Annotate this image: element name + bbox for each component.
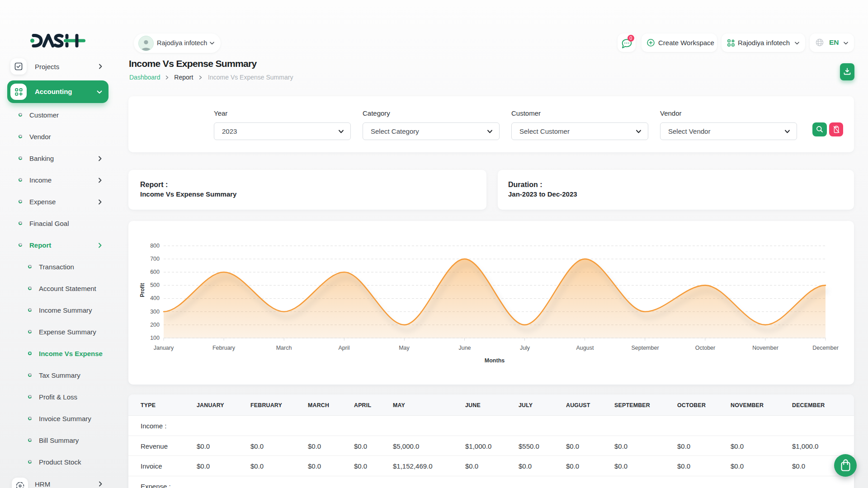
svg-text:March: March [276,345,292,351]
svg-text:600: 600 [150,269,160,275]
svg-text:December: December [812,345,839,351]
svg-text:November: November [752,345,778,351]
svg-text:Months: Months [485,357,505,364]
svg-text:September: September [631,345,659,351]
svg-text:700: 700 [150,256,160,262]
svg-text:February: February [212,345,236,351]
svg-text:April: April [338,345,349,351]
svg-text:100: 100 [150,335,160,341]
svg-text:July: July [520,345,530,351]
svg-text:200: 200 [150,322,160,328]
svg-text:May: May [399,345,410,351]
svg-text:October: October [695,345,715,351]
svg-text:Profit: Profit [139,283,146,297]
svg-text:January: January [154,345,174,351]
svg-text:800: 800 [150,243,160,249]
svg-text:400: 400 [150,295,160,301]
svg-text:August: August [576,345,594,351]
svg-text:500: 500 [150,282,160,288]
svg-text:300: 300 [150,309,160,315]
svg-text:June: June [458,345,471,351]
